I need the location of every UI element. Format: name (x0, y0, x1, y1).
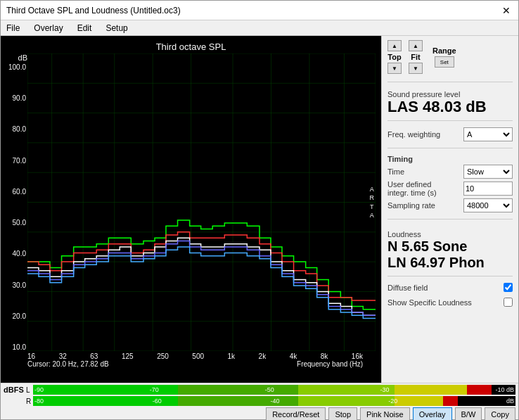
y-tick: 60.0 (8, 188, 26, 196)
y-tick: 10.0 (8, 343, 26, 351)
fit-up-button[interactable]: ▲ (409, 40, 423, 51)
l-tick-5: -10 dB (495, 386, 514, 393)
menu-edit[interactable]: Edit (75, 22, 95, 34)
l-meter: -90 -70 -50 -30 -10 dB (33, 385, 515, 395)
y-tick: 70.0 (8, 157, 26, 165)
overlay-button[interactable]: Overlay (413, 407, 452, 420)
l-channel-row: dBFS L -90 -70 -50 -30 -10 dB (4, 385, 515, 395)
y-tick: 40.0 (8, 250, 26, 257)
loudness-n-value: N 5.65 Sone (387, 238, 513, 255)
menu-file[interactable]: File (4, 22, 23, 34)
fit-label: Fit (411, 53, 420, 61)
x-tick: 4k (290, 352, 297, 360)
user-defined-label: User definedintegr. time (s) (387, 180, 437, 197)
r-meter: -80 -60 -40 -20 dB (33, 396, 515, 406)
menu-overlay[interactable]: Overlay (31, 22, 65, 34)
title-bar: Third Octave SPL and Loudness (Untitled.… (1, 1, 518, 20)
menu-setup[interactable]: Setup (103, 22, 130, 34)
pink-noise-button[interactable]: Pink Noise (360, 407, 410, 420)
x-tick: 2k (259, 352, 267, 360)
sampling-rate-label: Sampling rate (387, 201, 435, 210)
freq-weighting-select[interactable]: A B C Z (463, 127, 513, 141)
sampling-rate-select[interactable]: 48000 44100 96000 (463, 198, 513, 212)
x-tick: 500 (192, 352, 204, 360)
loudness-label: Loudness (387, 230, 513, 238)
arta-label: ARTA (370, 184, 375, 219)
x-tick: 16k (352, 352, 363, 360)
time-row: Time Slow Fast Impulse (387, 165, 513, 179)
sampling-rate-row: Sampling rate 48000 44100 96000 (387, 198, 513, 212)
cursor-info: Cursor: 20.0 Hz, 27.82 dB (27, 360, 109, 368)
show-specific-row: Show Specific Loudness (387, 298, 513, 307)
x-tick: 8k (321, 352, 328, 360)
top-label: Top (387, 53, 401, 61)
y-label: dB (18, 53, 27, 62)
user-defined-row: User definedintegr. time (s) (387, 180, 513, 197)
show-specific-label: Show Specific Loudness (387, 298, 472, 307)
bw-button[interactable]: B/W (455, 407, 482, 420)
menu-bar: File Overlay Edit Setup (1, 20, 518, 36)
close-button[interactable]: ✕ (500, 4, 513, 17)
timing-label: Timing (387, 155, 513, 163)
x-axis: 16 32 63 125 250 500 1k 2k 4k 8k 16k (6, 352, 376, 360)
y-tick: 80.0 (8, 125, 26, 133)
main-window: Third Octave SPL and Loudness (Untitled.… (0, 0, 519, 420)
chart-area: Third octave SPL dB 100.0 90.0 80.0 70.0… (1, 36, 381, 383)
set-button[interactable]: Set (435, 56, 454, 68)
top-down-button[interactable]: ▼ (387, 63, 402, 74)
user-defined-input[interactable] (463, 182, 513, 196)
y-tick: 100.0 (8, 63, 26, 71)
x-tick: 1k (228, 352, 236, 360)
timing-section: Timing Time Slow Fast Impulse User defin… (387, 155, 513, 214)
dbfs-label: dBFS (4, 386, 26, 394)
bottom-bar: dBFS L -90 -70 -50 -30 -10 dB (1, 383, 518, 419)
time-select[interactable]: Slow Fast Impulse (463, 165, 513, 179)
time-label: Time (387, 167, 404, 176)
y-tick: 90.0 (8, 94, 26, 102)
copy-button[interactable]: Copy (485, 407, 515, 420)
fit-down-button[interactable]: ▼ (409, 63, 423, 74)
freq-weighting-row: Freq. weighting A B C Z (387, 127, 513, 141)
record-reset-button[interactable]: Record/Reset (266, 407, 326, 420)
stop-button[interactable]: Stop (328, 407, 357, 420)
loudness-ln-value: LN 64.97 Phon (387, 255, 513, 271)
x-tick: 250 (157, 352, 169, 360)
range-label: Range (432, 46, 456, 55)
chart-canvas (27, 53, 376, 351)
button-row: Record/Reset Stop Pink Noise Overlay B/W… (4, 407, 515, 420)
y-tick: 30.0 (8, 281, 26, 289)
r-label: R (26, 397, 33, 405)
freq-weighting-label: Freq. weighting (387, 130, 440, 139)
show-specific-checkbox[interactable] (504, 298, 513, 307)
diffuse-field-row: Diffuse field (387, 283, 513, 292)
x-tick: 63 (90, 352, 98, 360)
top-up-button[interactable]: ▲ (387, 40, 402, 51)
r-tick-5: dB (506, 397, 514, 405)
r-channel-row: R -80 -60 -40 -20 dB (4, 396, 515, 406)
x-tick: 125 (122, 352, 134, 360)
diffuse-field-label: Diffuse field (387, 284, 428, 292)
y-tick: 50.0 (8, 219, 26, 227)
x-tick: 32 (59, 352, 67, 360)
main-content: Third octave SPL dB 100.0 90.0 80.0 70.0… (1, 36, 518, 383)
spl-section: Sound pressure level LAS 48.03 dB (387, 87, 513, 115)
l-label: L (26, 386, 33, 394)
loudness-section: Loudness N 5.65 Sone LN 64.97 Phon (387, 227, 513, 271)
diffuse-field-checkbox[interactable] (504, 283, 513, 292)
freq-band-label: Frequency band (Hz) (297, 360, 363, 368)
nav-controls: ▲ Top ▼ ▲ Fit ▼ Range Set (387, 40, 513, 74)
x-tick: 16 (27, 352, 35, 360)
right-panel: ▲ Top ▼ ▲ Fit ▼ Range Set Sound pre (381, 36, 518, 383)
spl-value: LAS 48.03 dB (387, 98, 513, 115)
y-tick: 20.0 (8, 312, 26, 320)
chart-title: Third octave SPL (6, 42, 376, 52)
window-title: Third Octave SPL and Loudness (Untitled.… (6, 6, 181, 15)
